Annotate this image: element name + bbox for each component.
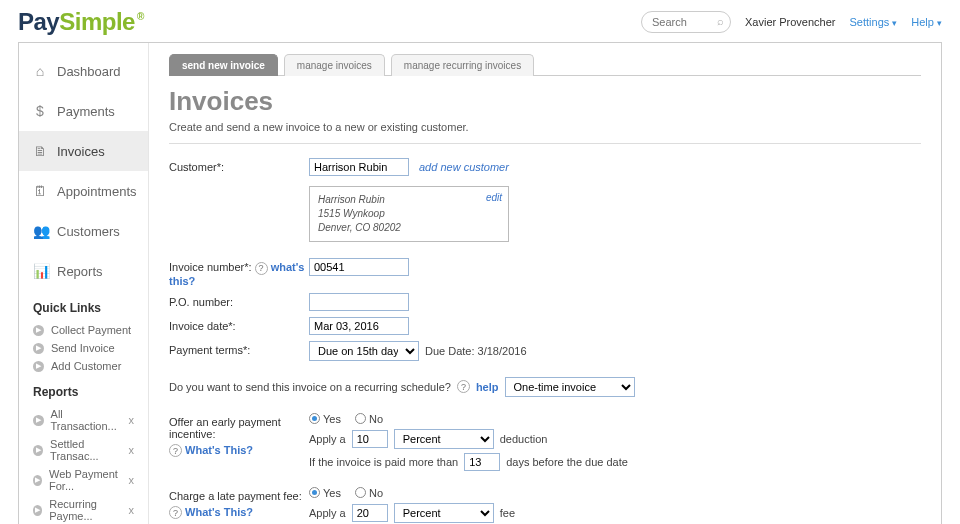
sidebar-item-appointments[interactable]: 🗓 Appointments xyxy=(19,171,148,211)
bars-icon: 📊 xyxy=(33,263,47,279)
remove-report-icon[interactable]: x xyxy=(129,444,135,456)
label-late-fee: Charge a late payment fee: ? What's This… xyxy=(169,487,309,520)
label-early-incentive: Offer an early payment incentive: ? What… xyxy=(169,413,309,458)
customer-card-addr2: Denver, CO 80202 xyxy=(318,221,500,235)
dollar-icon: $ xyxy=(33,103,47,119)
sidebar: ⌂ Dashboard $ Payments 🗎 Invoices 🗓 Appo… xyxy=(19,43,149,524)
tab-send-new-invoice[interactable]: send new invoice xyxy=(169,54,278,76)
row-invoice-date: Invoice date*: xyxy=(169,317,921,335)
customer-card-addr1: 1515 Wynkoop xyxy=(318,207,500,221)
report-row[interactable]: ▶Web Payment For...x xyxy=(19,465,148,495)
reports-heading: Reports xyxy=(19,375,148,405)
home-icon: ⌂ xyxy=(33,63,47,79)
row-early-incentive: Offer an early payment incentive: ? What… xyxy=(169,413,921,471)
edit-customer-link[interactable]: edit xyxy=(486,191,502,205)
recurring-select[interactable]: One-time invoice xyxy=(505,377,635,397)
page-subtitle: Create and send a new invoice to a new o… xyxy=(169,121,921,144)
help-link[interactable]: Help ▾ xyxy=(911,16,942,28)
label-payment-terms: Payment terms*: xyxy=(169,341,309,356)
topbar: Pay Simple ® ⌕ Xavier Provencher Setting… xyxy=(0,0,960,42)
label-customer: Customer*: xyxy=(169,158,309,173)
remove-report-icon[interactable]: x xyxy=(129,474,135,486)
fee-suffix: fee xyxy=(500,507,515,519)
sidebar-item-label: Dashboard xyxy=(57,64,121,79)
sidebar-item-label: Reports xyxy=(57,264,103,279)
sidebar-item-payments[interactable]: $ Payments xyxy=(19,91,148,131)
caret-down-icon: ▾ xyxy=(892,18,897,28)
logo-simple: Simple xyxy=(59,8,135,36)
label-invoice-number: Invoice number*: ? what's this? xyxy=(169,258,309,287)
early-note-suffix: days before the due date xyxy=(506,456,628,468)
caret-down-icon: ▾ xyxy=(937,18,942,28)
remove-report-icon[interactable]: x xyxy=(129,414,135,426)
row-invoice-number: Invoice number*: ? what's this? xyxy=(169,258,921,287)
logo-reg-icon: ® xyxy=(137,11,144,22)
tab-manage-recurring[interactable]: manage recurring invoices xyxy=(391,54,534,76)
search-wrap: ⌕ xyxy=(641,11,731,33)
add-new-customer-link[interactable]: add new customer xyxy=(419,161,509,173)
help-link[interactable]: help xyxy=(476,381,499,393)
deduction-suffix: deduction xyxy=(500,433,548,445)
early-note-prefix: If the invoice is paid more than xyxy=(309,456,458,468)
invoice-date-input[interactable] xyxy=(309,317,409,335)
help-icon[interactable]: ? xyxy=(255,262,268,275)
invoice-number-input[interactable] xyxy=(309,258,409,276)
row-customer: Customer*: add new customer xyxy=(169,158,921,176)
row-late-fee: Charge a late payment fee: ? What's This… xyxy=(169,487,921,525)
settings-link[interactable]: Settings ▾ xyxy=(850,16,898,28)
quick-send-invoice[interactable]: ▶Send Invoice xyxy=(19,339,148,357)
label-po-number: P.O. number: xyxy=(169,293,309,308)
sidebar-item-label: Payments xyxy=(57,104,115,119)
help-icon[interactable]: ? xyxy=(169,444,182,457)
apply-a-label: Apply a xyxy=(309,507,346,519)
payment-terms-select[interactable]: Due on 15th day xyxy=(309,341,419,361)
help-icon[interactable]: ? xyxy=(169,506,182,519)
late-yes-radio[interactable]: Yes xyxy=(309,487,341,499)
customer-card: edit Harrison Rubin 1515 Wynkoop Denver,… xyxy=(309,186,509,242)
recurring-question: Do you want to send this invoice on a re… xyxy=(169,381,451,393)
bullet-icon: ▶ xyxy=(33,343,44,354)
logo: Pay Simple ® xyxy=(18,8,144,36)
apply-a-label: Apply a xyxy=(309,433,346,445)
customer-input[interactable] xyxy=(309,158,409,176)
quick-links-heading: Quick Links xyxy=(19,291,148,321)
tab-manage-invoices[interactable]: manage invoices xyxy=(284,54,385,76)
early-no-radio[interactable]: No xyxy=(355,413,383,425)
sidebar-item-dashboard[interactable]: ⌂ Dashboard xyxy=(19,51,148,91)
sidebar-item-reports[interactable]: 📊 Reports xyxy=(19,251,148,291)
report-row[interactable]: ▶Settled Transac...x xyxy=(19,435,148,465)
sidebar-item-invoices[interactable]: 🗎 Invoices xyxy=(19,131,148,171)
row-payment-terms: Payment terms*: Due on 15th day Due Date… xyxy=(169,341,921,361)
remove-report-icon[interactable]: x xyxy=(129,504,135,516)
report-row[interactable]: ▶Recurring Payme...x xyxy=(19,495,148,524)
logo-pay: Pay xyxy=(18,8,59,36)
sidebar-item-customers[interactable]: 👥 Customers xyxy=(19,211,148,251)
po-number-input[interactable] xyxy=(309,293,409,311)
bullet-icon: ▶ xyxy=(33,415,44,426)
early-yes-radio[interactable]: Yes xyxy=(309,413,341,425)
whats-this-link[interactable]: What's This? xyxy=(185,506,253,518)
early-amount-input[interactable] xyxy=(352,430,388,448)
bullet-icon: ▶ xyxy=(33,505,42,516)
late-unit-select[interactable]: Percent xyxy=(394,503,494,523)
bullet-icon: ▶ xyxy=(33,475,42,486)
help-icon[interactable]: ? xyxy=(457,380,470,393)
users-icon: 👥 xyxy=(33,223,47,239)
quick-collect-payment[interactable]: ▶Collect Payment xyxy=(19,321,148,339)
early-days-input[interactable] xyxy=(464,453,500,471)
bullet-icon: ▶ xyxy=(33,325,44,336)
whats-this-link[interactable]: What's This? xyxy=(185,444,253,456)
radio-icon xyxy=(355,487,366,498)
calendar-icon: 🗓 xyxy=(33,183,47,199)
file-icon: 🗎 xyxy=(33,143,47,159)
radio-icon xyxy=(309,413,320,424)
search-icon[interactable]: ⌕ xyxy=(717,15,724,27)
quick-add-customer[interactable]: ▶Add Customer xyxy=(19,357,148,375)
content: send new invoice manage invoices manage … xyxy=(149,43,941,524)
late-amount-input[interactable] xyxy=(352,504,388,522)
tabs: send new invoice manage invoices manage … xyxy=(169,53,921,76)
late-no-radio[interactable]: No xyxy=(355,487,383,499)
report-row[interactable]: ▶All Transaction...x xyxy=(19,405,148,435)
early-unit-select[interactable]: Percent xyxy=(394,429,494,449)
bullet-icon: ▶ xyxy=(33,361,44,372)
